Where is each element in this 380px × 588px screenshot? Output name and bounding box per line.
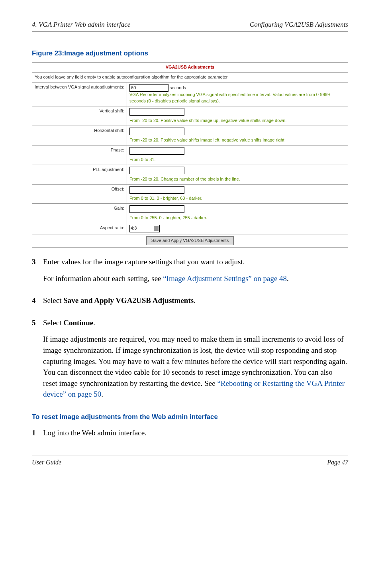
step1-text: Log into the Web admin interface. (43, 427, 348, 439)
table-row: Horizontal shift: From -20 to 20. Positi… (32, 126, 348, 145)
figure-caption: Figure 23:Image adjustment options (32, 49, 348, 59)
table-title: VGA2USB Adjustments (32, 63, 348, 73)
row-label-hshift: Horizontal shift: (32, 126, 127, 145)
interval-unit: seconds (170, 85, 186, 90)
footer-left: User Guide (32, 458, 61, 467)
hshift-input[interactable] (129, 128, 184, 135)
step-4: 4 Select Save and Apply VGA2USB Adjustme… (32, 295, 348, 312)
row-label-pll: PLL adjustment: (32, 165, 127, 184)
offset-input[interactable] (129, 186, 184, 194)
row-value-offset: From 0 to 31. 0 - brighter, 63 - darker. (127, 184, 348, 204)
header-left: 4. VGA Printer Web admin interface (32, 20, 130, 30)
offset-help: From 0 to 31. 0 - brighter, 63 - darker. (129, 196, 202, 201)
row-value-hshift: From -20 to 20. Positive value shifts im… (127, 126, 348, 145)
row-label-phase: Phase: (32, 145, 127, 165)
image-adjustment-link[interactable]: “Image Adjustment Settings” on page 48 (163, 274, 287, 283)
pll-help: From -20 to 20. Changes number of the pi… (129, 177, 240, 181)
row-label-aspect: Aspect ratio: (32, 223, 127, 234)
table-row: Vertical shift: From -20 to 20. Positive… (32, 106, 348, 126)
section-heading: To reset image adjustments from the Web … (32, 413, 348, 422)
phase-help: From 0 to 31. (129, 157, 155, 162)
step-number: 4 (32, 295, 43, 312)
step-number: 3 (32, 256, 43, 289)
gain-help: From 0 to 255. 0 - brighter, 255 - darke… (129, 215, 207, 220)
table-row: Phase: From 0 to 31. (32, 145, 348, 165)
page-footer: User Guide Page 47 (32, 456, 348, 467)
step-number: 1 (32, 427, 43, 439)
header-right: Configuring VGA2USB Adjustments (250, 20, 348, 30)
row-label-gain: Gain: (32, 204, 127, 223)
table-row: Aspect ratio: 4:3 (32, 223, 348, 234)
table-row: PLL adjustment: From -20 to 20. Changes … (32, 165, 348, 184)
step3-text1: Enter values for the image capture setti… (43, 256, 348, 267)
table-button-row: Save and Apply VGA2USB Adjustments (32, 234, 348, 248)
row-label-offset: Offset: (32, 184, 127, 204)
interval-help: VGA Recorder analyzes incoming VGA signa… (129, 92, 330, 103)
table-row: Offset: From 0 to 31. 0 - brighter, 63 -… (32, 184, 348, 204)
step-5: 5 Select Continue. If image adjustments … (32, 317, 348, 405)
gain-input[interactable] (129, 205, 184, 213)
step4-text: Select Save and Apply VGA2USB Adjustment… (43, 295, 348, 306)
row-value-pll: From -20 to 20. Changes number of the pi… (127, 165, 348, 184)
step5-text1: Select Continue. (43, 317, 348, 328)
step3-text2: For information about each setting, see … (43, 273, 348, 284)
row-value-interval: 60 seconds VGA Recorder analyzes incomin… (127, 83, 348, 106)
step-number: 5 (32, 317, 43, 405)
row-label-interval: Interval between VGA signal autoadjustme… (32, 83, 127, 106)
phase-input[interactable] (129, 147, 184, 155)
row-value-aspect: 4:3 (127, 223, 348, 234)
vshift-help: From -20 to 20. Positive value shifts im… (129, 118, 286, 123)
footer-right: Page 47 (327, 458, 348, 467)
aspect-select[interactable]: 4:3 (129, 225, 160, 232)
row-label-vshift: Vertical shift: (32, 106, 127, 126)
pll-input[interactable] (129, 167, 184, 174)
steps-list-2: 1 Log into the Web admin interface. (32, 427, 348, 439)
adjustments-table: VGA2USB Adjustments You could leave any … (32, 62, 348, 248)
row-value-vshift: From -20 to 20. Positive value shifts im… (127, 106, 348, 126)
step5-text2: If image adjustments are required, you m… (43, 334, 348, 399)
row-value-phase: From 0 to 31. (127, 145, 348, 165)
page-header: 4. VGA Printer Web admin interface Confi… (32, 20, 348, 32)
steps-list: 3 Enter values for the image capture set… (32, 256, 348, 405)
table-row: Gain: From 0 to 255. 0 - brighter, 255 -… (32, 204, 348, 223)
interval-input[interactable]: 60 (129, 84, 168, 92)
table-row: Interval between VGA signal autoadjustme… (32, 83, 348, 106)
table-subtitle: You could leave any field empty to enabl… (32, 73, 348, 83)
vshift-input[interactable] (129, 108, 184, 116)
step-1: 1 Log into the Web admin interface. (32, 427, 348, 439)
save-apply-button[interactable]: Save and Apply VGA2USB Adjustments (146, 236, 234, 245)
hshift-help: From -20 to 20. Positive value shifts im… (129, 138, 286, 142)
step-3: 3 Enter values for the image capture set… (32, 256, 348, 289)
row-value-gain: From 0 to 255. 0 - brighter, 255 - darke… (127, 204, 348, 223)
